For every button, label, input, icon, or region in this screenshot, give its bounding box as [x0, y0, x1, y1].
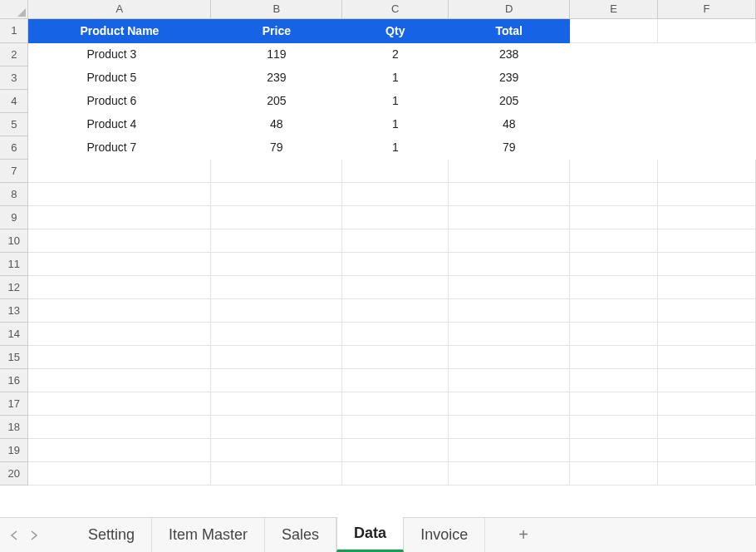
cell-A16[interactable]: [28, 368, 211, 392]
cell-F8[interactable]: [658, 182, 756, 205]
cell-C13[interactable]: [342, 298, 449, 322]
cell-F12[interactable]: [658, 275, 756, 298]
cell-E3[interactable]: [570, 66, 658, 89]
column-header-D[interactable]: D: [449, 0, 570, 18]
cell-A18[interactable]: [28, 415, 211, 438]
cell-D4[interactable]: 205: [449, 89, 570, 112]
row-header-20[interactable]: 20: [0, 461, 28, 485]
cell-A17[interactable]: [28, 392, 211, 415]
cell-E15[interactable]: [570, 345, 658, 368]
cell-A19[interactable]: [28, 438, 211, 461]
cell-C9[interactable]: [342, 205, 449, 229]
cell-E19[interactable]: [570, 438, 658, 461]
cell-E20[interactable]: [570, 461, 658, 485]
cell-B15[interactable]: [211, 345, 342, 368]
cell-D9[interactable]: [449, 205, 570, 229]
tab-sales[interactable]: Sales: [265, 518, 336, 553]
cell-E5[interactable]: [570, 112, 658, 136]
cell-C4[interactable]: 1: [342, 89, 449, 112]
cell-D13[interactable]: [449, 298, 570, 322]
cell-B18[interactable]: [211, 415, 342, 438]
cell-B12[interactable]: [211, 275, 342, 298]
cell-A3[interactable]: Product 5: [28, 66, 211, 89]
cell-A6[interactable]: Product 7: [28, 136, 211, 159]
cell-C5[interactable]: 1: [342, 112, 449, 136]
cell-E12[interactable]: [570, 275, 658, 298]
cell-A12[interactable]: [28, 275, 211, 298]
cell-A5[interactable]: Product 4: [28, 112, 211, 136]
cell-F20[interactable]: [658, 461, 756, 485]
column-header-B[interactable]: B: [211, 0, 342, 18]
row-header-12[interactable]: 12: [0, 275, 28, 298]
cell-E8[interactable]: [570, 182, 658, 205]
cell-A10[interactable]: [28, 229, 211, 252]
row-header-16[interactable]: 16: [0, 368, 28, 392]
cell-D3[interactable]: 239: [449, 66, 570, 89]
row-header-7[interactable]: 7: [0, 159, 28, 182]
cell-C8[interactable]: [342, 182, 449, 205]
cell-F15[interactable]: [658, 345, 756, 368]
cell-B8[interactable]: [211, 182, 342, 205]
cell-D14[interactable]: [449, 322, 570, 345]
cell-B7[interactable]: [211, 159, 342, 182]
cell-F3[interactable]: [658, 66, 756, 89]
cell-E4[interactable]: [570, 89, 658, 112]
cell-F1[interactable]: [658, 18, 756, 42]
cell-B4[interactable]: 205: [211, 89, 342, 112]
row-header-17[interactable]: 17: [0, 392, 28, 415]
cell-B9[interactable]: [211, 205, 342, 229]
cell-D8[interactable]: [449, 182, 570, 205]
row-header-2[interactable]: 2: [0, 42, 28, 66]
cell-F7[interactable]: [658, 159, 756, 182]
tab-invoice[interactable]: Invoice: [404, 518, 485, 553]
cell-B16[interactable]: [211, 368, 342, 392]
row-header-15[interactable]: 15: [0, 345, 28, 368]
row-header-10[interactable]: 10: [0, 229, 28, 252]
cell-F9[interactable]: [658, 205, 756, 229]
cell-E13[interactable]: [570, 298, 658, 322]
cell-E18[interactable]: [570, 415, 658, 438]
add-sheet-button[interactable]: +: [500, 520, 547, 550]
header-price[interactable]: Price: [211, 18, 342, 42]
row-header-1[interactable]: 1: [0, 18, 28, 42]
cell-B10[interactable]: [211, 229, 342, 252]
cell-F18[interactable]: [658, 415, 756, 438]
row-header-6[interactable]: 6: [0, 136, 28, 159]
cell-C12[interactable]: [342, 275, 449, 298]
cell-C2[interactable]: 2: [342, 42, 449, 66]
cell-D16[interactable]: [449, 368, 570, 392]
cell-B17[interactable]: [211, 392, 342, 415]
select-all-corner[interactable]: [0, 0, 28, 18]
cell-A9[interactable]: [28, 205, 211, 229]
column-header-A[interactable]: A: [28, 0, 211, 18]
cell-B20[interactable]: [211, 461, 342, 485]
cell-D19[interactable]: [449, 438, 570, 461]
cell-E14[interactable]: [570, 322, 658, 345]
cell-F4[interactable]: [658, 89, 756, 112]
cell-A2[interactable]: Product 3: [28, 42, 211, 66]
cell-D10[interactable]: [449, 229, 570, 252]
tab-data[interactable]: Data: [336, 517, 404, 552]
row-header-11[interactable]: 11: [0, 252, 28, 275]
cell-A14[interactable]: [28, 322, 211, 345]
tab-nav-next-icon[interactable]: [30, 530, 38, 540]
row-header-4[interactable]: 4: [0, 89, 28, 112]
cell-C17[interactable]: [342, 392, 449, 415]
header-qty[interactable]: Qty: [342, 18, 449, 42]
cell-E7[interactable]: [570, 159, 658, 182]
cell-D11[interactable]: [449, 252, 570, 275]
cell-D12[interactable]: [449, 275, 570, 298]
header-total[interactable]: Total: [449, 18, 570, 42]
cell-D17[interactable]: [449, 392, 570, 415]
cell-F19[interactable]: [658, 438, 756, 461]
cell-B6[interactable]: 79: [211, 136, 342, 159]
tab-setting[interactable]: Setting: [71, 518, 152, 553]
cell-C11[interactable]: [342, 252, 449, 275]
cell-D20[interactable]: [449, 461, 570, 485]
row-header-9[interactable]: 9: [0, 205, 28, 229]
cell-B11[interactable]: [211, 252, 342, 275]
cell-F13[interactable]: [658, 298, 756, 322]
cell-C14[interactable]: [342, 322, 449, 345]
cell-B14[interactable]: [211, 322, 342, 345]
column-header-E[interactable]: E: [570, 0, 658, 18]
